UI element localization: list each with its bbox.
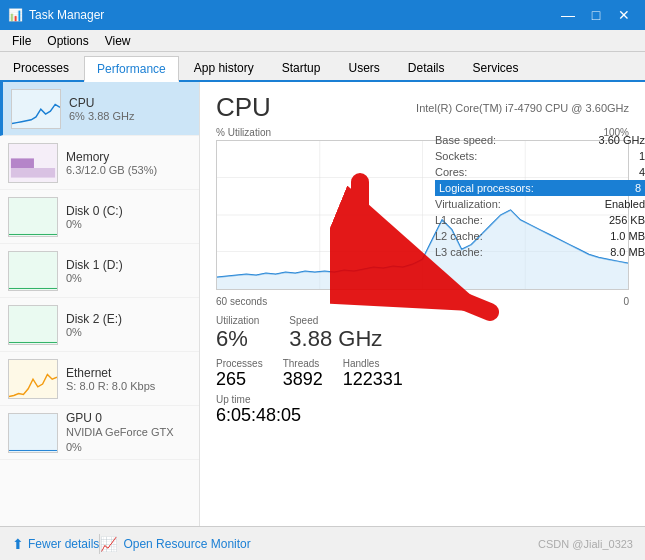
svg-rect-3	[11, 158, 34, 168]
main-area: CPU 6% 3.88 GHz Memory 6.3/12.0 GB (53%)	[0, 82, 645, 526]
info-val-base: 3.60 GHz	[599, 134, 645, 146]
utilization-label: Utilization	[216, 315, 259, 326]
info-val-cores: 4	[639, 166, 645, 178]
speed-label: Speed	[289, 315, 382, 326]
disk1-name: Disk 1 (D:)	[66, 258, 191, 272]
info-val-l1: 256 KB	[609, 214, 645, 226]
info-key-virt: Virtualization:	[435, 198, 501, 210]
primary-stats: Utilization 6% Speed 3.88 GHz	[216, 315, 629, 352]
uptime-value: 6:05:48:05	[216, 405, 629, 426]
disk2-thumbnail	[8, 305, 58, 345]
threads-value: 3892	[283, 369, 323, 390]
menu-file[interactable]: File	[4, 32, 39, 50]
handles-stat: Handles 122331	[343, 358, 403, 390]
time-labels: 60 seconds 0	[216, 296, 629, 307]
cpu-name: CPU	[69, 96, 191, 110]
uptime-stat: Up time 6:05:48:05	[216, 394, 629, 426]
processes-value: 265	[216, 369, 263, 390]
handles-label: Handles	[343, 358, 403, 369]
svg-rect-8	[9, 414, 57, 452]
disk0-name: Disk 0 (C:)	[66, 204, 191, 218]
ethernet-thumbnail	[8, 359, 58, 399]
info-row-l2: L2 cache: 1.0 MB	[435, 228, 645, 244]
fewer-details-label: Fewer details	[28, 537, 99, 551]
info-row-l1: L1 cache: 256 KB	[435, 212, 645, 228]
menu-options[interactable]: Options	[39, 32, 96, 50]
maximize-button[interactable]: □	[583, 4, 609, 26]
content-header: CPU Intel(R) Core(TM) i7-4790 CPU @ 3.60…	[216, 92, 629, 123]
tab-app-history[interactable]: App history	[181, 54, 267, 80]
info-row-l3: L3 cache: 8.0 MB	[435, 244, 645, 260]
disk1-thumbnail	[8, 251, 58, 291]
threads-label: Threads	[283, 358, 323, 369]
tab-users[interactable]: Users	[335, 54, 392, 80]
time-label-left: 60 seconds	[216, 296, 267, 307]
processes-stat: Processes 265	[216, 358, 263, 390]
speed-stat: Speed 3.88 GHz	[289, 315, 382, 352]
tab-startup[interactable]: Startup	[269, 54, 334, 80]
info-key-l1: L1 cache:	[435, 214, 483, 226]
info-key-cores: Cores:	[435, 166, 467, 178]
sidebar-item-disk1[interactable]: Disk 1 (D:) 0%	[0, 244, 199, 298]
sidebar-item-ethernet[interactable]: Ethernet S: 8.0 R: 8.0 Kbps	[0, 352, 199, 406]
svg-rect-5	[9, 252, 57, 290]
ethernet-stat: S: 8.0 R: 8.0 Kbps	[66, 380, 191, 392]
time-label-right: 0	[623, 296, 629, 307]
utilization-stat: Utilization 6%	[216, 315, 259, 352]
cpu-thumbnail	[11, 89, 61, 129]
disk1-stat: 0%	[66, 272, 191, 284]
info-row-virt: Virtualization: Enabled	[435, 196, 645, 212]
sidebar-item-gpu0[interactable]: GPU 0 NVIDIA GeForce GTX0%	[0, 406, 199, 460]
fewer-details-button[interactable]: ⬆ Fewer details	[12, 536, 99, 552]
content-subtitle: Intel(R) Core(TM) i7-4790 CPU @ 3.60GHz	[416, 102, 629, 114]
tab-performance[interactable]: Performance	[84, 56, 179, 82]
sidebar: CPU 6% 3.88 GHz Memory 6.3/12.0 GB (53%)	[0, 82, 200, 526]
info-key-base: Base speed:	[435, 134, 496, 146]
memory-name: Memory	[66, 150, 191, 164]
app-title: Task Manager	[29, 8, 104, 22]
processes-label: Processes	[216, 358, 263, 369]
disk0-stat: 0%	[66, 218, 191, 230]
gpu0-thumbnail	[8, 413, 58, 453]
memory-stat: 6.3/12.0 GB (53%)	[66, 164, 191, 176]
sidebar-item-disk2[interactable]: Disk 2 (E:) 0%	[0, 298, 199, 352]
svg-rect-6	[9, 306, 57, 344]
speed-value: 3.88 GHz	[289, 326, 382, 352]
info-key-logical: Logical processors:	[439, 182, 534, 194]
utilization-value: 6%	[216, 326, 259, 352]
watermark: CSDN @Jiali_0323	[538, 538, 633, 550]
title-bar: 📊 Task Manager — □ ✕	[0, 0, 645, 30]
uptime-label: Up time	[216, 394, 629, 405]
close-button[interactable]: ✕	[611, 4, 637, 26]
disk0-thumbnail	[8, 197, 58, 237]
tab-processes[interactable]: Processes	[0, 54, 82, 80]
sidebar-item-cpu[interactable]: CPU 6% 3.88 GHz	[0, 82, 199, 136]
svg-rect-4	[9, 198, 57, 236]
threads-stat: Threads 3892	[283, 358, 323, 390]
info-key-l3: L3 cache:	[435, 246, 483, 258]
info-val-l2: 1.0 MB	[610, 230, 645, 242]
info-row-base: Base speed: 3.60 GHz	[435, 132, 645, 148]
gpu0-stat: NVIDIA GeForce GTX0%	[66, 425, 191, 454]
sidebar-item-disk0[interactable]: Disk 0 (C:) 0%	[0, 190, 199, 244]
tab-bar: Processes Performance App history Startu…	[0, 52, 645, 82]
memory-thumbnail	[8, 143, 58, 183]
gpu0-name: GPU 0	[66, 411, 191, 425]
open-resource-monitor-button[interactable]: 📈 Open Resource Monitor	[100, 536, 250, 552]
sidebar-item-memory[interactable]: Memory 6.3/12.0 GB (53%)	[0, 136, 199, 190]
fewer-details-icon: ⬆	[12, 536, 24, 552]
open-resource-monitor-label: Open Resource Monitor	[123, 537, 250, 551]
disk2-stat: 0%	[66, 326, 191, 338]
performance-content: CPU Intel(R) Core(TM) i7-4790 CPU @ 3.60…	[200, 82, 645, 526]
bottom-bar: ⬆ Fewer details 📈 Open Resource Monitor …	[0, 526, 645, 560]
info-val-logical: 8	[635, 182, 641, 194]
info-row-cores: Cores: 4	[435, 164, 645, 180]
menu-view[interactable]: View	[97, 32, 139, 50]
minimize-button[interactable]: —	[555, 4, 581, 26]
tab-details[interactable]: Details	[395, 54, 458, 80]
info-val-sockets: 1	[639, 150, 645, 162]
disk2-name: Disk 2 (E:)	[66, 312, 191, 326]
info-key-sockets: Sockets:	[435, 150, 477, 162]
tab-services[interactable]: Services	[460, 54, 532, 80]
info-val-l3: 8.0 MB	[610, 246, 645, 258]
